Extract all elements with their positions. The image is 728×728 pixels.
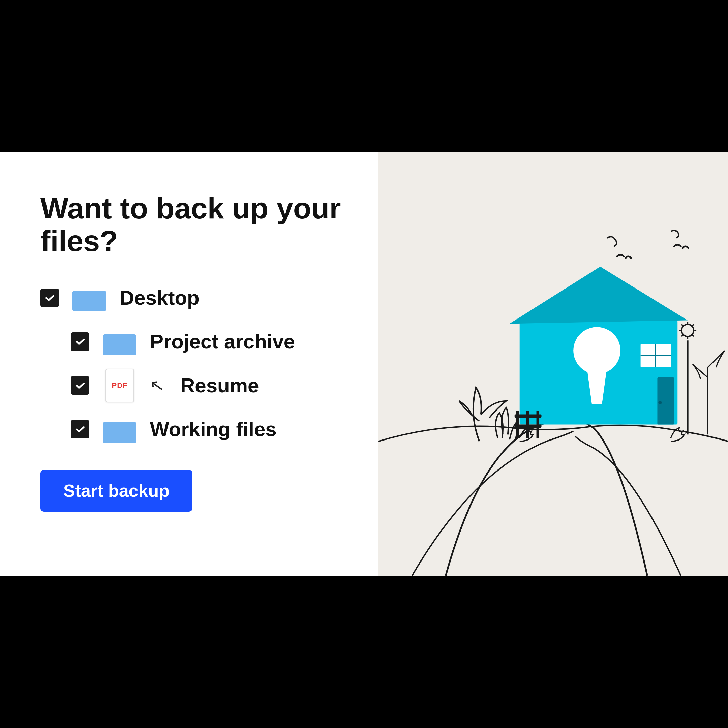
file-label-project-archive: Project archive <box>150 330 295 353</box>
file-label-resume: Resume <box>180 374 259 397</box>
folder-icon-working-files <box>103 416 136 443</box>
main-card: Want to back up your files? <box>0 151 728 577</box>
file-label-working-files: Working files <box>150 418 277 441</box>
right-panel <box>378 151 728 577</box>
folder-icon-desktop <box>72 284 106 311</box>
file-list: Desktop Project archive <box>40 284 345 443</box>
checkbox-project-archive[interactable] <box>71 332 89 351</box>
checkbox-working-files[interactable] <box>71 420 89 439</box>
start-backup-button[interactable]: Start backup <box>40 470 193 512</box>
checkbox-resume[interactable] <box>71 376 89 395</box>
svg-rect-8 <box>658 378 674 425</box>
page-title: Want to back up your files? <box>40 192 345 257</box>
svg-point-7 <box>573 327 621 374</box>
list-item: Project archive <box>40 328 345 355</box>
list-item: PDF ↖ Resume <box>40 372 345 399</box>
svg-point-9 <box>659 401 662 404</box>
folder-icon-project-archive <box>103 328 136 355</box>
cursor-icon: ↖ <box>148 376 165 395</box>
list-item: Working files <box>40 416 345 443</box>
illustration <box>378 151 728 577</box>
svg-rect-16 <box>515 414 541 418</box>
checkbox-desktop[interactable] <box>40 289 59 307</box>
left-panel: Want to back up your files? <box>0 151 378 577</box>
pdf-icon-resume: PDF <box>103 372 136 399</box>
list-item: Desktop <box>40 284 345 311</box>
file-label-desktop: Desktop <box>120 286 200 309</box>
